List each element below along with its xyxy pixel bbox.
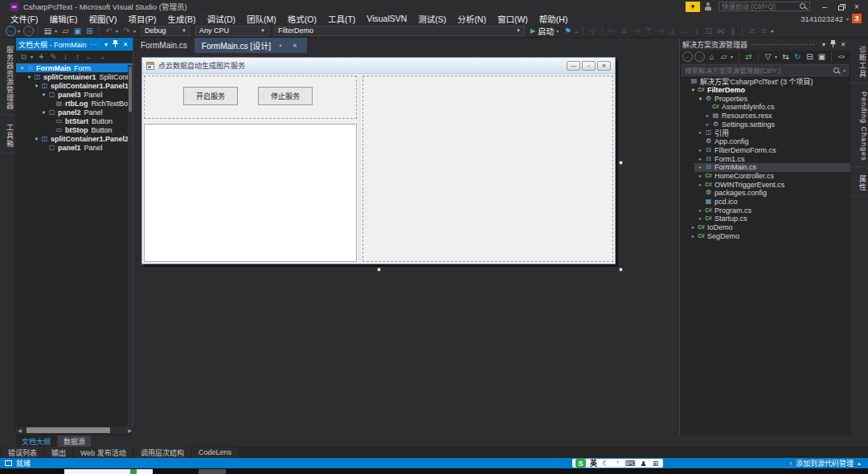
outline-tree-item[interactable]: splitContainer1.Panel2 Split: [31, 134, 133, 143]
sogou-logo-icon[interactable]: S: [575, 459, 586, 468]
expander-icon[interactable]: [18, 65, 26, 72]
open-folder-icon[interactable]: ▱: [60, 26, 71, 36]
ime-keyboard-icon[interactable]: ⌨: [625, 458, 636, 468]
undo-dropdown-icon[interactable]: ▾: [114, 26, 120, 36]
solution-tree-item[interactable]: pcd.ico: [694, 198, 850, 206]
solution-tree-item[interactable]: packages.config: [694, 189, 850, 198]
quick-launch-box[interactable]: [719, 2, 810, 11]
move-in-icon[interactable]: →: [96, 51, 107, 62]
scroll-right-arrow[interactable]: ▶: [126, 427, 133, 433]
move-down-icon[interactable]: ↓: [60, 51, 71, 62]
copy-element-icon[interactable]: ⧉: [18, 51, 29, 62]
expander-icon[interactable]: [690, 87, 697, 93]
window-position-icon[interactable]: ▾: [101, 41, 111, 48]
taskbar-item[interactable]: [199, 469, 226, 474]
sync-with-active-document-icon[interactable]: ⇄: [743, 51, 754, 62]
ime-moon-icon[interactable]: ☾: [601, 458, 610, 468]
close-icon[interactable]: ✕: [290, 43, 300, 49]
search-icon[interactable]: [799, 2, 807, 10]
tab-formmain-cs[interactable]: FormMain.cs: [133, 38, 194, 53]
move-up-icon[interactable]: ↑: [72, 51, 83, 62]
button-panel[interactable]: 开启服务 停止服务: [144, 76, 357, 119]
show-all-files-icon[interactable]: ▣: [817, 51, 827, 62]
expander-icon[interactable]: [690, 233, 697, 239]
expander-icon[interactable]: [40, 92, 47, 98]
outline-vertical-scrollbar[interactable]: [128, 65, 133, 427]
solution-tree-item[interactable]: FilterDemoForm.cs: [694, 146, 850, 155]
resize-handle-corner[interactable]: [619, 268, 623, 272]
menu-item[interactable]: 文件(F): [5, 13, 43, 25]
outline-horizontal-scrollbar[interactable]: ◀ ▶: [16, 427, 133, 434]
expander-icon[interactable]: [33, 136, 40, 142]
scrollbar-thumb[interactable]: [129, 67, 132, 112]
resize-handle-right[interactable]: [619, 161, 623, 165]
add-to-source-control-button[interactable]: ↑ 添加到源代码管理 ▲: [789, 458, 862, 468]
quick-launch-input[interactable]: [722, 2, 799, 10]
designed-form[interactable]: 点云数据自动生成图片服务 — ▫ ✕ 开启服务 停止服务: [141, 57, 616, 264]
redo-dropdown-icon[interactable]: ▾: [132, 26, 137, 36]
ime-user-icon[interactable]: ♟: [639, 458, 648, 468]
menu-item[interactable]: 编辑(E): [43, 13, 83, 25]
solution-tree-item[interactable]: Properties: [694, 94, 850, 103]
tool-window-tab[interactable]: 错误列表: [2, 447, 43, 459]
tool-window-tab[interactable]: 诊断工具: [850, 41, 868, 84]
solution-tree-item[interactable]: Startup.cs: [694, 215, 850, 223]
start-service-button[interactable]: 开启服务: [183, 87, 238, 105]
outline-tree-item[interactable]: btStart Button: [45, 116, 133, 125]
switch-views-icon[interactable]: ⇆: [780, 51, 791, 62]
snap-to-grid-icon[interactable]: ⊹: [588, 26, 598, 36]
feedback-icon[interactable]: [704, 2, 713, 11]
add-element-icon[interactable]: +: [36, 51, 47, 62]
close-icon[interactable]: ✕: [838, 41, 848, 48]
align-bottoms-icon[interactable]: ⊥: [667, 26, 678, 36]
tool-window-tab[interactable]: 服务器资源管理器: [0, 41, 15, 116]
undo-icon[interactable]: ↶: [104, 26, 114, 36]
notifications-flag-icon[interactable]: ▼: [686, 2, 700, 12]
solution-tree-item[interactable]: 解决方案'CsharpPclText' (3 个项目): [680, 77, 850, 86]
expander-icon[interactable]: [697, 129, 704, 136]
expander-icon[interactable]: [697, 207, 704, 214]
expander-icon[interactable]: [697, 215, 704, 222]
search-icon[interactable]: [833, 67, 841, 75]
expander-icon[interactable]: [697, 147, 704, 153]
restore-button[interactable]: [833, 1, 849, 12]
expander-icon[interactable]: [26, 74, 33, 80]
align-tops-icon[interactable]: ⊤: [643, 26, 653, 36]
menu-item[interactable]: 团队(M): [241, 13, 282, 25]
save-all-icon[interactable]: ⊞: [84, 26, 95, 36]
solution-tree-item[interactable]: OWINTriggerEvent.cs: [694, 180, 850, 189]
new-file-icon[interactable]: ▤: [43, 26, 53, 36]
scroll-left-arrow[interactable]: ◀: [16, 427, 23, 433]
minimize-button[interactable]: –: [817, 1, 833, 12]
menu-item[interactable]: 窗口(W): [492, 13, 534, 25]
nav-forward-icon[interactable]: →: [23, 26, 34, 36]
outline-tree-item[interactable]: panel3 Panel: [38, 90, 133, 99]
redo-icon[interactable]: ↷: [121, 26, 132, 36]
menu-item[interactable]: 生成(B): [162, 13, 201, 25]
outline-tree-item[interactable]: rtbLog RichTextBox: [45, 99, 133, 108]
solution-tree-item[interactable]: 引用: [694, 129, 850, 137]
menu-item[interactable]: 调试(D): [201, 13, 241, 25]
solution-tree-item[interactable]: Program.cs: [694, 206, 850, 215]
expander-icon[interactable]: [704, 121, 711, 128]
form-close-button[interactable]: ✕: [597, 61, 611, 71]
window-position-icon[interactable]: ▾: [819, 41, 829, 48]
refresh-icon[interactable]: ↻: [792, 51, 803, 62]
pin-icon[interactable]: [833, 44, 833, 47]
menu-item[interactable]: 测试(S): [412, 13, 452, 25]
collapse-all-icon[interactable]: ⊟: [805, 51, 815, 62]
horizontal-spacing-icon[interactable]: ⋈: [715, 26, 726, 36]
expander-icon[interactable]: [690, 224, 697, 231]
nav-backward-icon[interactable]: ←: [682, 51, 693, 62]
expander-icon[interactable]: [697, 156, 704, 162]
expander-icon[interactable]: [697, 173, 704, 179]
tool-window-tab[interactable]: 工具箱: [0, 119, 15, 153]
chevron-down-icon[interactable]: ▾: [843, 67, 845, 73]
nav-backward-dropdown-icon[interactable]: ▾: [16, 26, 22, 36]
startup-project-select[interactable]: FilterDemo▼: [274, 26, 525, 36]
document-outline-header[interactable]: 文档大纲 - FormMain ▾ ✕: [16, 38, 133, 51]
new-file-dropdown-icon[interactable]: ▾: [53, 26, 59, 36]
tool-window-tab[interactable]: Pending Changes: [850, 87, 868, 167]
expander-icon[interactable]: [704, 112, 711, 119]
ime-language-icon[interactable]: 英: [589, 458, 598, 468]
